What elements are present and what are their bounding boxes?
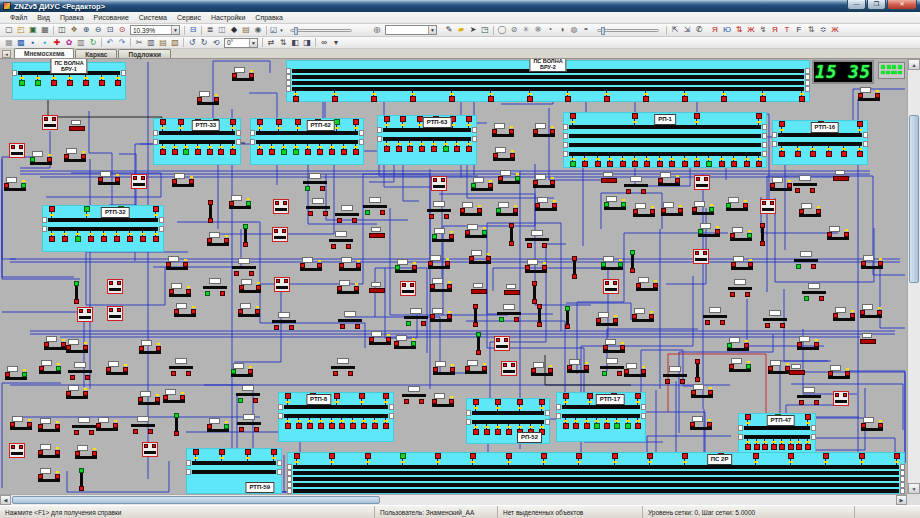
- schematic-node[interactable]: [460, 202, 484, 218]
- breaker[interactable]: [160, 119, 166, 125]
- node-breaker[interactable]: [473, 322, 478, 327]
- schematic-node[interactable]: [703, 307, 729, 327]
- schematic-node[interactable]: [600, 358, 626, 378]
- node-breaker[interactable]: [333, 371, 338, 376]
- schematic-node[interactable]: [232, 67, 256, 83]
- node-breaker[interactable]: [795, 188, 800, 193]
- node-breaker[interactable]: [186, 371, 191, 376]
- breaker[interactable]: [857, 151, 863, 157]
- load-node[interactable]: [504, 284, 524, 296]
- node-breaker[interactable]: [410, 283, 414, 287]
- schematic-node[interactable]: [163, 389, 187, 405]
- breaker[interactable]: [643, 96, 649, 102]
- transformer-box[interactable]: [501, 361, 517, 376]
- schematic-node[interactable]: [833, 307, 857, 323]
- breaker[interactable]: [67, 80, 73, 86]
- node-breaker[interactable]: [283, 201, 287, 205]
- breaker[interactable]: [153, 236, 159, 242]
- node-breaker[interactable]: [144, 444, 148, 448]
- breaker[interactable]: [285, 423, 291, 429]
- breaker[interactable]: [230, 119, 236, 125]
- node-breaker[interactable]: [282, 229, 286, 233]
- node-breaker[interactable]: [760, 241, 765, 246]
- schematic-node[interactable]: [172, 173, 196, 189]
- schematic-node[interactable]: [38, 468, 62, 484]
- node-breaker[interactable]: [810, 188, 815, 193]
- schematic-node[interactable]: [369, 331, 393, 347]
- opacity-slider[interactable]: [597, 29, 659, 32]
- text-f-icon[interactable]: F: [793, 25, 805, 36]
- schematic-node[interactable]: [561, 306, 574, 330]
- schematic-node[interactable]: [799, 203, 823, 219]
- dot-cyan-icon[interactable]: ▪: [39, 37, 51, 48]
- breaker[interactable]: [620, 161, 626, 167]
- breaker[interactable]: [779, 444, 785, 450]
- breaker[interactable]: [859, 453, 865, 459]
- schematic-node[interactable]: [272, 312, 298, 332]
- breaker[interactable]: [604, 96, 610, 102]
- node-breaker[interactable]: [380, 210, 385, 215]
- node-breaker[interactable]: [429, 214, 434, 219]
- schematic-node[interactable]: [207, 232, 231, 248]
- breaker[interactable]: [257, 149, 263, 155]
- breaker[interactable]: [857, 121, 863, 127]
- node-breaker[interactable]: [323, 211, 328, 216]
- breaker[interactable]: [51, 80, 57, 86]
- mark-red-icon[interactable]: Я: [769, 25, 781, 36]
- node-breaker[interactable]: [87, 309, 91, 313]
- breaker[interactable]: [762, 444, 768, 450]
- schematic-node[interactable]: [139, 340, 163, 356]
- schematic-node[interactable]: [64, 148, 88, 164]
- schematic-node[interactable]: [498, 170, 522, 186]
- breaker[interactable]: [744, 161, 750, 167]
- schematic-node[interactable]: [636, 277, 660, 293]
- add-red-icon[interactable]: ✚: [51, 37, 63, 48]
- load-node[interactable]: [369, 282, 389, 294]
- tab-мнемосхема[interactable]: Мнемосхема: [14, 48, 74, 58]
- breaker[interactable]: [341, 149, 347, 155]
- node-breaker[interactable]: [89, 430, 94, 435]
- breaker[interactable]: [99, 80, 105, 86]
- breaker[interactable]: [823, 453, 829, 459]
- breaker[interactable]: [293, 149, 299, 155]
- node-breaker[interactable]: [572, 274, 577, 279]
- schematic-node[interactable]: [207, 418, 231, 434]
- breaker[interactable]: [296, 423, 302, 429]
- schematic-node[interactable]: [861, 255, 885, 271]
- breaker[interactable]: [719, 161, 725, 167]
- zoom-out-icon[interactable]: ⊖: [92, 25, 104, 36]
- sort-asc-icon[interactable]: ⇅: [733, 25, 745, 36]
- schematic-node[interactable]: [337, 280, 361, 296]
- node-breaker[interactable]: [243, 242, 248, 247]
- schematic-node[interactable]: [239, 224, 252, 248]
- marker-icon[interactable]: ▰: [455, 25, 467, 36]
- breaker[interactable]: [245, 449, 251, 455]
- node-breaker[interactable]: [11, 145, 15, 149]
- node-breaker[interactable]: [441, 178, 445, 182]
- schematic-node[interactable]: [238, 303, 262, 319]
- node-breaker[interactable]: [74, 299, 79, 304]
- node-breaker[interactable]: [421, 321, 426, 326]
- breaker[interactable]: [826, 151, 832, 157]
- breaker[interactable]: [172, 149, 178, 155]
- breaker[interactable]: [796, 444, 802, 450]
- snap-checkbox[interactable]: ☑: [269, 26, 278, 35]
- schematic-node[interactable]: [433, 361, 457, 377]
- zoom-window-icon[interactable]: ⊡: [104, 25, 116, 36]
- transformer-box[interactable]: [107, 279, 123, 294]
- breaker[interactable]: [329, 453, 335, 459]
- half-icon[interactable]: ◑: [556, 25, 568, 36]
- schematic-node[interactable]: [690, 416, 714, 432]
- node-breaker[interactable]: [626, 189, 631, 194]
- slider-thumb[interactable]: [294, 27, 298, 35]
- monitor-icon[interactable]: ⊟: [187, 25, 199, 36]
- transformer-box[interactable]: [694, 175, 710, 190]
- node-breaker[interactable]: [630, 268, 635, 273]
- breaker[interactable]: [644, 161, 650, 167]
- schematic-node[interactable]: [331, 358, 357, 378]
- node-breaker[interactable]: [496, 338, 500, 342]
- node-breaker[interactable]: [70, 375, 75, 380]
- breaker[interactable]: [88, 236, 94, 242]
- dropdown-arrow-icon[interactable]: ▾: [278, 25, 285, 36]
- schematic-node[interactable]: [66, 385, 90, 401]
